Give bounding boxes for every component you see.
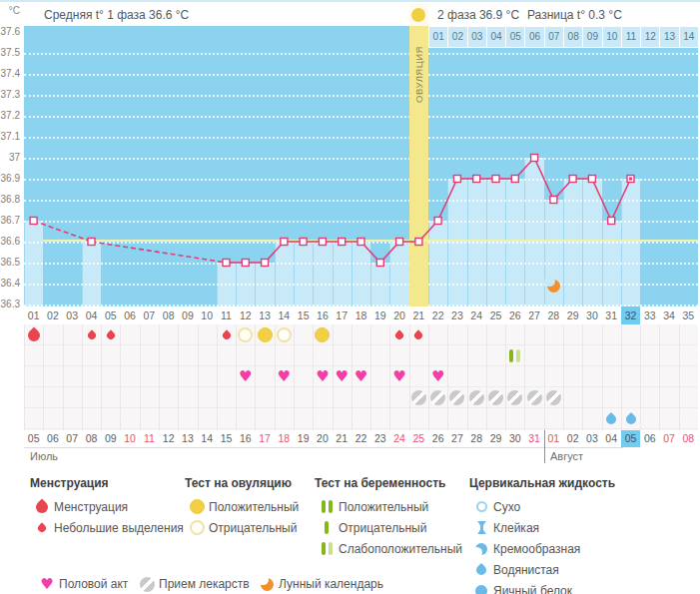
date-cell[interactable]: 25 — [409, 430, 428, 447]
cycle-day-cell[interactable]: 17 — [333, 306, 351, 324]
date-cell[interactable]: 05 — [24, 430, 43, 447]
date-cell[interactable]: 05 — [621, 430, 640, 447]
temp-point[interactable] — [396, 239, 403, 246]
cycle-day-cell[interactable]: 33 — [640, 306, 659, 324]
cycle-day-cell[interactable]: 18 — [351, 306, 370, 324]
temp-point[interactable] — [339, 239, 346, 246]
cycle-day-cell[interactable]: 04 — [82, 306, 101, 324]
date-cell[interactable]: 03 — [582, 430, 601, 447]
cycle-day-cell[interactable]: 34 — [659, 306, 678, 324]
cycle-day-cell[interactable]: 07 — [140, 306, 159, 324]
date-cell[interactable]: 13 — [178, 430, 197, 447]
date-cell[interactable]: 08 — [679, 430, 698, 447]
temp-point[interactable] — [473, 176, 480, 183]
temp-point[interactable] — [300, 239, 307, 246]
cycle-day-cell[interactable]: 32 — [621, 306, 640, 324]
temp-point[interactable] — [569, 176, 576, 183]
date-cell[interactable]: 12 — [159, 430, 178, 447]
pregnancy-test-positive-icon — [322, 500, 333, 513]
cycle-day-cell[interactable]: 31 — [602, 306, 621, 324]
cycle-day-cell[interactable]: 24 — [467, 306, 486, 324]
temperature-plot[interactable]: ОВУЛЯЦИЯ0102030405060708091011121314 — [24, 26, 698, 306]
cycle-day-cell[interactable]: 02 — [43, 306, 62, 324]
date-cell[interactable]: 21 — [333, 430, 351, 447]
symbols-grid: ♥♥♥♥♥♥♥ — [24, 324, 698, 430]
legend-item-label: Отрицательный — [209, 521, 297, 535]
date-cell[interactable]: 22 — [351, 430, 370, 447]
cycle-day-cell[interactable]: 12 — [236, 306, 255, 324]
cycle-day-cell[interactable]: 16 — [313, 306, 332, 324]
temp-point[interactable] — [415, 239, 422, 246]
temp-point[interactable] — [88, 239, 95, 246]
temp-point[interactable] — [588, 176, 595, 183]
date-cell[interactable]: 09 — [101, 430, 120, 447]
date-cell[interactable]: 20 — [313, 430, 332, 447]
date-cell[interactable]: 17 — [255, 430, 274, 447]
cycle-day-cell[interactable]: 29 — [563, 306, 582, 324]
date-cell[interactable]: 07 — [659, 430, 678, 447]
date-cell[interactable]: 04 — [602, 430, 621, 447]
cycle-day-cell[interactable]: 21 — [409, 306, 428, 324]
date-cell[interactable]: 23 — [370, 430, 389, 447]
cycle-day-cell[interactable]: 09 — [178, 306, 197, 324]
cycle-day-cell[interactable]: 25 — [486, 306, 505, 324]
cycle-day-cell[interactable]: 15 — [294, 306, 313, 324]
temp-point[interactable] — [281, 239, 288, 246]
temp-point[interactable] — [608, 218, 615, 225]
date-cell[interactable]: 06 — [640, 430, 659, 447]
temp-point[interactable] — [511, 176, 518, 183]
temp-point[interactable] — [434, 218, 441, 225]
temp-point[interactable] — [30, 218, 37, 225]
cycle-day-cell[interactable]: 10 — [198, 306, 217, 324]
date-cell[interactable]: 11 — [140, 430, 159, 447]
date-cell[interactable]: 28 — [467, 430, 486, 447]
date-cell[interactable]: 01 — [544, 430, 563, 447]
date-cell[interactable]: 31 — [524, 430, 543, 447]
date-cell[interactable]: 07 — [63, 430, 82, 447]
date-cell[interactable]: 15 — [217, 430, 236, 447]
cycle-day-cell[interactable]: 14 — [275, 306, 294, 324]
symbol-cell — [236, 324, 255, 345]
temp-point[interactable] — [550, 197, 557, 204]
cycle-day-cell[interactable]: 05 — [101, 306, 120, 324]
temp-point[interactable] — [319, 239, 326, 246]
cycle-day-cell[interactable]: 19 — [370, 306, 389, 324]
date-cell[interactable]: 19 — [294, 430, 313, 447]
cycle-day-cell[interactable]: 28 — [544, 306, 563, 324]
cycle-day-cell[interactable]: 22 — [428, 306, 447, 324]
temp-point[interactable] — [242, 260, 249, 267]
temp-point[interactable] — [453, 176, 460, 183]
date-cell[interactable]: 18 — [275, 430, 294, 447]
temp-point[interactable] — [223, 260, 230, 267]
cycle-day-cell[interactable]: 13 — [255, 306, 274, 324]
cycle-day-cell[interactable]: 06 — [120, 306, 139, 324]
temp-point[interactable] — [262, 260, 269, 267]
cycle-day-cell[interactable]: 11 — [217, 306, 236, 324]
cycle-day-cell[interactable]: 08 — [159, 306, 178, 324]
cycle-day-cell[interactable]: 23 — [447, 306, 466, 324]
temp-point[interactable] — [376, 260, 383, 267]
date-cell[interactable]: 29 — [486, 430, 505, 447]
date-cell[interactable]: 14 — [198, 430, 217, 447]
temp-point[interactable] — [492, 176, 499, 183]
date-cell[interactable]: 16 — [236, 430, 255, 447]
cycle-day-cell[interactable]: 35 — [679, 306, 698, 324]
cycle-day-cell[interactable]: 30 — [582, 306, 601, 324]
temp-point[interactable] — [531, 155, 538, 162]
cycle-day-cell[interactable]: 03 — [63, 306, 82, 324]
date-cell[interactable]: 27 — [447, 430, 466, 447]
cycle-day-cell[interactable]: 27 — [524, 306, 543, 324]
temperature-axis: °C 37.637.537.437.337.237.13736.936.836.… — [0, 2, 21, 321]
date-cell[interactable]: 26 — [428, 430, 447, 447]
date-cell[interactable]: 02 — [563, 430, 582, 447]
date-cell[interactable]: 30 — [505, 430, 524, 447]
date-cell[interactable]: 10 — [120, 430, 139, 447]
date-cell[interactable]: 06 — [43, 430, 62, 447]
temp-point[interactable] — [357, 239, 364, 246]
cycle-day-cell[interactable]: 01 — [24, 306, 43, 324]
cycle-day-cell[interactable]: 20 — [389, 306, 408, 324]
cycle-day-cell[interactable]: 26 — [505, 306, 524, 324]
date-cell[interactable]: 08 — [82, 430, 101, 447]
date-cell[interactable]: 24 — [389, 430, 408, 447]
menstruation-icon — [25, 326, 42, 343]
